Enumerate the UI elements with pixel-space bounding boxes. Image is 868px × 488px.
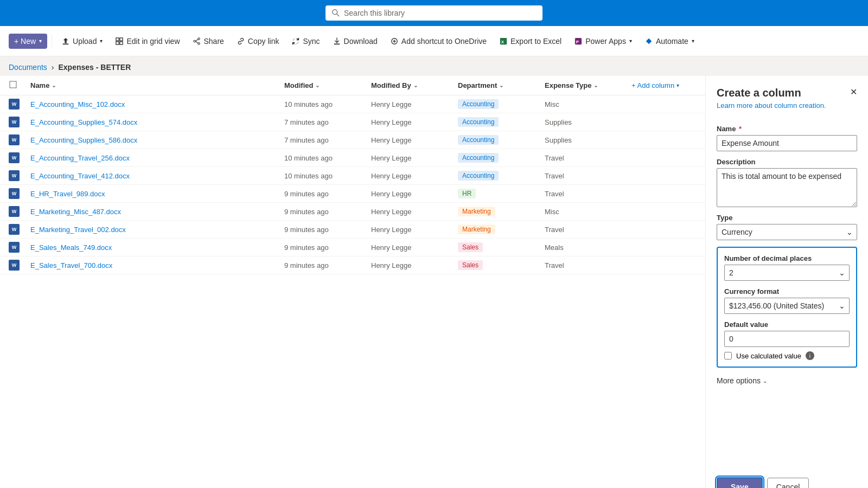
format-select-wrapper: $123,456.00 (United States) €123.456,00 … [724,298,850,314]
file-modified-by: Henry Legge [371,118,458,126]
automate-button[interactable]: Automate ▾ [640,34,700,49]
upload-button[interactable]: Upload ▾ [56,34,108,49]
edit-grid-button[interactable]: Edit in grid view [110,34,185,49]
file-icon: W [9,117,30,127]
export-icon: X [500,37,507,45]
share-button[interactable]: Share [188,34,229,49]
decimal-label: Number of decimal places [724,254,850,262]
file-modified: 9 minutes ago [284,226,371,234]
description-textarea[interactable]: This is total amount to be expensed [717,168,857,207]
edit-grid-icon [116,37,123,45]
breadcrumb-separator: › [52,63,54,72]
panel-title: Create a column [717,87,857,99]
svg-text:P: P [576,39,579,44]
file-expense-type: Supplies [545,136,631,144]
file-modified-by: Henry Legge [371,136,458,144]
file-expense-type: Travel [545,154,631,162]
word-icon: W [9,117,20,127]
export-button[interactable]: X Export to Excel [494,34,567,49]
svg-rect-5 [116,41,119,44]
info-icon[interactable]: i [806,351,814,360]
table-row[interactable]: W E_Accounting_Misc_102.docx 10 minutes … [0,95,705,113]
table-row[interactable]: W E_Accounting_Travel_256.docx 10 minute… [0,149,705,167]
file-modified-by: Henry Legge [371,261,458,269]
svg-point-7 [197,37,200,40]
close-panel-button[interactable]: ✕ [848,85,859,99]
file-department: Accounting [458,171,545,181]
more-options-button[interactable]: More options ⌄ [717,376,857,385]
save-button[interactable]: Save [717,477,763,488]
file-icon: W [9,242,30,253]
file-modified-by: Henry Legge [371,243,458,252]
file-department: Accounting [458,99,545,109]
file-list: Name ⌄ Modified ⌄ Modified By ⌄ Departme… [0,76,705,488]
table-row[interactable]: W E_HR_Travel_989.docx 9 minutes ago Hen… [0,185,705,203]
file-name: E_Marketing_Misc_487.docx [30,208,284,216]
table-row[interactable]: W E_Sales_Meals_749.docx 9 minutes ago H… [0,239,705,256]
shortcut-button[interactable]: Add shortcut to OneDrive [385,34,492,49]
file-type-icon [9,80,17,89]
powerapps-chevron-icon: ▾ [629,38,632,44]
dept-badge: HR [458,189,476,198]
default-value-input[interactable] [724,331,850,347]
cancel-button[interactable]: Cancel [767,478,809,488]
create-column-panel: Create a column Learn more about column … [705,76,868,488]
file-modified: 9 minutes ago [284,208,371,216]
file-name: E_Accounting_Supplies_586.docx [30,136,284,144]
file-expense-type: Meals [545,243,631,252]
file-name: E_Accounting_Supplies_574.docx [30,118,284,126]
file-expense-type: Travel [545,190,631,198]
svg-point-8 [197,42,200,44]
col-modified-by[interactable]: Modified By ⌄ [371,81,458,89]
format-select[interactable]: $123,456.00 (United States) €123.456,00 … [724,298,850,314]
file-icon: W [9,152,30,163]
table-row[interactable]: W E_Accounting_Supplies_586.docx 7 minut… [0,131,705,149]
table-row[interactable]: W E_Sales_Travel_700.docx 9 minutes ago … [0,256,705,274]
sync-button[interactable]: Sync [286,34,325,49]
table-row[interactable]: W E_Marketing_Travel_002.docx 9 minutes … [0,221,705,239]
search-box[interactable]: Search this library [326,5,542,21]
type-select-wrapper: Currency Single line of text Multiple li… [717,224,857,240]
shortcut-icon [391,37,398,45]
col-name[interactable]: Name ⌄ [30,81,284,89]
required-star: * [737,125,742,133]
more-options-chevron-icon: ⌄ [763,378,767,384]
breadcrumb-parent[interactable]: Documents [9,63,47,72]
file-department: Accounting [458,117,545,127]
table-row[interactable]: W E_Marketing_Misc_487.docx 9 minutes ag… [0,203,705,221]
word-icon: W [9,152,20,163]
file-name: E_Sales_Travel_700.docx [30,261,284,269]
format-label: Currency format [724,287,850,296]
file-expense-type: Travel [545,172,631,180]
table-row[interactable]: W E_Accounting_Supplies_574.docx 7 minut… [0,113,705,131]
panel-learn-link[interactable]: Learn more about column creation. [717,101,857,110]
col-modified[interactable]: Modified ⌄ [284,81,371,89]
type-select[interactable]: Currency Single line of text Multiple li… [717,224,857,240]
svg-point-0 [333,10,337,15]
decimal-select[interactable]: 0 1 2 3 4 5 [724,265,850,281]
content-area: Name ⌄ Modified ⌄ Modified By ⌄ Departme… [0,76,868,488]
col-department[interactable]: Department ⌄ [458,81,545,89]
sync-icon [292,37,299,45]
file-icon: W [9,260,30,271]
file-expense-type: Travel [545,226,631,234]
download-button[interactable]: Download [328,34,383,49]
breadcrumb-current: Expenses - BETTER [58,63,131,72]
table-row[interactable]: W E_Accounting_Travel_412.docx 10 minute… [0,167,705,185]
type-field-label: Type [717,214,857,222]
file-modified: 9 minutes ago [284,190,371,198]
dept-badge: Marketing [458,207,495,216]
file-expense-type: Supplies [545,118,631,126]
powerapps-button[interactable]: P Power Apps ▾ [569,34,637,49]
default-label: Default value [724,320,850,329]
copy-link-button[interactable]: Copy link [232,34,285,49]
calculated-value-row: Use calculated value i [724,351,850,360]
calculated-value-checkbox[interactable] [724,352,732,359]
col-expense-type[interactable]: Expense Type ⌄ [545,81,631,89]
search-placeholder: Search this library [344,9,405,17]
column-name-input[interactable] [717,135,857,151]
svg-rect-4 [120,37,123,40]
new-button[interactable]: + New ▾ [9,34,47,49]
file-icon: W [9,170,30,181]
add-column-button[interactable]: + Add column ▾ [631,81,697,89]
